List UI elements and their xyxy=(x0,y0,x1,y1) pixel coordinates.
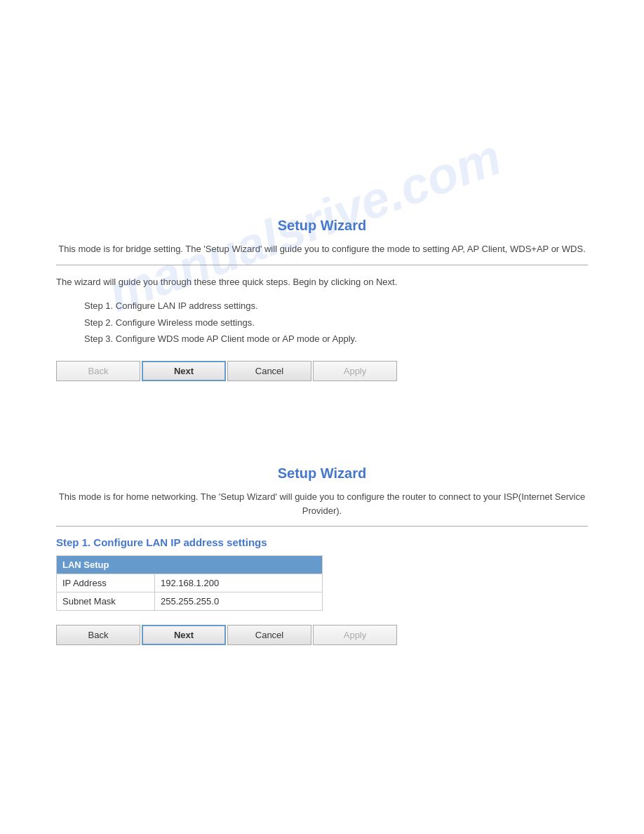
section2-step-title: Step 1. Configure LAN IP address setting… xyxy=(56,536,588,548)
table-row: IP Address xyxy=(57,574,323,593)
section1-button-row: Back Next Cancel Apply xyxy=(56,361,588,381)
section2-apply-button[interactable]: Apply xyxy=(313,625,397,645)
section1-steps: Step 1. Configure LAN IP address setting… xyxy=(84,298,588,347)
top-spacer xyxy=(0,0,644,197)
section2-description: This mode is for home networking. The 'S… xyxy=(56,490,588,517)
middle-spacer xyxy=(0,402,644,444)
divider-1 xyxy=(56,265,588,265)
step-3-label: Step 3. Configure WDS mode AP Client mod… xyxy=(84,331,588,347)
subnet-mask-label: Subnet Mask xyxy=(57,593,155,611)
step-1-label: Step 1. Configure LAN IP address setting… xyxy=(84,298,588,314)
section-bridge-wizard: Setup Wizard This mode is for bridge set… xyxy=(0,197,644,402)
section-home-wizard: Setup Wizard This mode is for home netwo… xyxy=(0,444,644,666)
section1-next-button[interactable]: Next xyxy=(142,361,226,381)
section1-apply-button[interactable]: Apply xyxy=(313,361,397,381)
table-row: Subnet Mask xyxy=(57,593,323,611)
section2-button-row: Back Next Cancel Apply xyxy=(56,625,588,645)
section2-back-button[interactable]: Back xyxy=(56,625,140,645)
lan-table: LAN Setup IP Address Subnet Mask xyxy=(56,555,323,611)
section1-title: Setup Wizard xyxy=(56,218,588,234)
section1-back-button[interactable]: Back xyxy=(56,361,140,381)
section1-cancel-button[interactable]: Cancel xyxy=(227,361,311,381)
section2-title: Setup Wizard xyxy=(56,465,588,482)
section1-intro: The wizard will guide you through these … xyxy=(56,275,588,290)
section1-description: This mode is for bridge setting. The 'Se… xyxy=(56,242,588,256)
subnet-mask-value-cell[interactable] xyxy=(155,593,323,611)
section2-next-button[interactable]: Next xyxy=(142,625,226,645)
section2-cancel-button[interactable]: Cancel xyxy=(227,625,311,645)
ip-address-label: IP Address xyxy=(57,574,155,593)
ip-address-value-cell[interactable] xyxy=(155,574,323,593)
subnet-mask-input[interactable] xyxy=(161,596,316,607)
bottom-spacer xyxy=(0,666,644,736)
step-2-label: Step 2. Configure Wireless mode settings… xyxy=(84,315,588,331)
ip-address-input[interactable] xyxy=(161,578,316,588)
divider-2 xyxy=(56,526,588,527)
lan-table-header: LAN Setup xyxy=(57,556,323,574)
page-wrapper: manualsrive.com Setup Wizard This mode i… xyxy=(0,0,644,834)
